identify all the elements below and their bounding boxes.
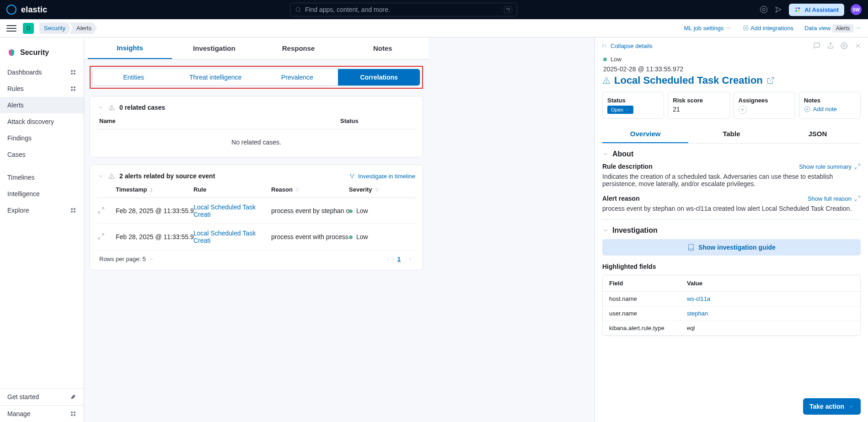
investigation-section-header[interactable]: Investigation [602, 226, 861, 235]
source-alerts-panel: 2 alerts related by source event Investi… [90, 165, 423, 270]
show-rule-summary-link[interactable]: Show rule summary [799, 163, 861, 170]
subtab-entities[interactable]: Entities [93, 69, 175, 85]
sidebar-item-label: Intelligence [7, 190, 40, 198]
global-search[interactable]: Find apps, content, and more. ^/ [290, 3, 517, 16]
svg-rect-27 [74, 414, 75, 416]
svg-line-38 [102, 234, 104, 236]
tab-investigation[interactable]: Investigation [172, 37, 256, 59]
timeline-icon [349, 173, 355, 179]
subtab-threat-intelligence[interactable]: Threat intelligence [175, 69, 257, 85]
add-assignee-button[interactable]: + [739, 106, 747, 114]
button-label: Take action [809, 403, 844, 410]
show-investigation-guide-button[interactable]: Show investigation guide [602, 239, 861, 256]
chevron-down-icon [602, 151, 609, 157]
popout-icon [854, 195, 861, 202]
chevron-down-icon [97, 173, 104, 179]
gear-icon[interactable] [841, 42, 848, 49]
panel-header[interactable]: 0 related cases [97, 104, 415, 111]
sidebar-item-intelligence[interactable]: Intelligence [0, 186, 84, 202]
cell-value-link[interactable]: stephan [687, 310, 708, 317]
page-actions: ML job settings Add integrations Data vi… [684, 25, 862, 32]
breadcrumb-security[interactable]: Security [39, 22, 71, 34]
share-icon[interactable] [827, 42, 834, 49]
sidebar-item-rules[interactable]: Rules [0, 80, 84, 97]
sidebar-item-explore[interactable]: Explore [0, 202, 84, 219]
svg-rect-15 [71, 86, 73, 88]
breadcrumb-alerts[interactable]: Alerts [69, 22, 97, 34]
link-label: stephan [687, 310, 708, 317]
section-title: About [612, 150, 633, 158]
next-page-button[interactable] [407, 256, 413, 262]
expand-icon[interactable] [97, 233, 105, 240]
collapse-details-link[interactable]: Collapse details [601, 43, 653, 49]
add-note-link[interactable]: Add note [804, 106, 837, 112]
investigate-in-timeline-link[interactable]: Investigate in timeline [349, 173, 415, 180]
user-avatar[interactable]: SW [851, 4, 862, 15]
tab-notes[interactable]: Notes [341, 37, 425, 59]
take-action-button[interactable]: Take action [803, 398, 861, 415]
flyout-tab-json[interactable]: JSON [775, 125, 861, 143]
sidebar-item-dashboards[interactable]: Dashboards [0, 64, 84, 80]
plus-circle-icon [804, 106, 810, 112]
sidebar-item-alerts[interactable]: Alerts [0, 97, 84, 113]
svg-rect-22 [74, 211, 75, 213]
sidebar-item-manage[interactable]: Manage [0, 405, 84, 422]
chevron-down-icon [625, 107, 630, 112]
cell-reason: process event with process p [271, 233, 349, 240]
alert-title-link[interactable]: Local Scheduled Task Creation [602, 75, 861, 86]
ml-job-settings-link[interactable]: ML job settings [684, 25, 732, 32]
svg-point-31 [112, 177, 112, 178]
col-reason[interactable]: Reason [271, 186, 349, 193]
cell-value: eql [687, 325, 695, 331]
chevron-down-icon [725, 25, 732, 31]
sidebar-item-get-started[interactable]: Get started [0, 388, 84, 405]
cell-value-link[interactable]: ws-cl11a [687, 295, 710, 302]
ai-assistant-button[interactable]: AI Assistant [789, 4, 844, 16]
nav-toggle-button[interactable] [6, 23, 16, 33]
submenu-icon [70, 411, 76, 417]
chat-icon[interactable] [813, 42, 820, 49]
space-selector[interactable]: D [23, 23, 34, 34]
tab-response[interactable]: Response [257, 37, 341, 59]
button-label: Show investigation guide [698, 244, 776, 251]
svg-rect-21 [71, 211, 73, 213]
side-nav-title-text: Security [20, 48, 49, 57]
about-section-header[interactable]: About [602, 150, 861, 158]
sidebar-item-cases[interactable]: Cases [0, 146, 84, 163]
sidebar-item-attack-discovery[interactable]: Attack discovery [0, 113, 84, 130]
subtab-prevalence[interactable]: Prevalence [257, 69, 338, 85]
status-badge[interactable]: Open [607, 106, 633, 114]
col-severity[interactable]: Severity [349, 186, 404, 193]
col-rule[interactable]: Rule [193, 186, 271, 193]
sidebar-item-timelines[interactable]: Timelines [0, 169, 84, 186]
close-icon[interactable] [854, 42, 862, 49]
panel-header[interactable]: 2 alerts related by source event [97, 172, 215, 180]
newsfeed-icon[interactable] [774, 5, 782, 14]
link-label: Data view [804, 25, 830, 32]
popout-icon [854, 163, 861, 170]
svg-line-53 [855, 199, 857, 201]
sidebar-item-label: Alerts [7, 101, 24, 109]
tab-label: JSON [808, 130, 827, 138]
rows-per-page-selector[interactable]: Rows per page: 5 [99, 256, 154, 262]
sidebar-item-findings[interactable]: Findings [0, 130, 84, 146]
breadcrumb-bar: D Security Alerts ML job settings Add in… [0, 19, 868, 37]
brand[interactable]: elastic [6, 5, 47, 15]
empty-state: No related cases. [97, 129, 415, 150]
data-view-selector[interactable]: Data view Alerts [804, 25, 862, 32]
subtab-correlations[interactable]: Correlations [338, 69, 420, 85]
tab-insights[interactable]: Insights [88, 37, 172, 59]
cell-rule-link[interactable]: Local Scheduled Task Creati [193, 230, 271, 244]
col-timestamp[interactable]: Timestamp [116, 186, 193, 193]
show-full-reason-link[interactable]: Show full reason [808, 195, 861, 202]
flyout-tab-overview[interactable]: Overview [602, 125, 688, 143]
expand-icon[interactable] [97, 207, 105, 214]
flyout-tab-table[interactable]: Table [688, 125, 774, 143]
svg-line-47 [770, 77, 773, 81]
prev-page-button[interactable] [385, 256, 391, 262]
help-icon[interactable] [760, 5, 768, 14]
add-integrations-link[interactable]: Add integrations [743, 25, 793, 32]
sidebar-item-label: Manage [7, 410, 31, 417]
cell-rule-link[interactable]: Local Scheduled Task Creati [193, 203, 271, 218]
page-number[interactable]: 1 [397, 256, 401, 262]
